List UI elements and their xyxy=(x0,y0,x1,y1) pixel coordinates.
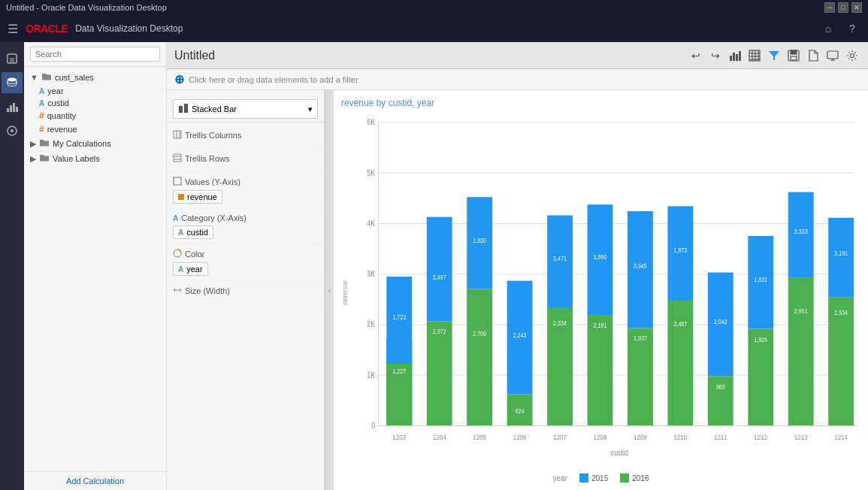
undo-button[interactable]: ↩ xyxy=(688,47,704,64)
nav-data[interactable] xyxy=(2,72,23,93)
svg-text:624: 624 xyxy=(516,407,525,415)
values-y-axis-section: Values (Y-Axis) revenue xyxy=(167,172,324,209)
save-button[interactable] xyxy=(785,47,802,64)
tree-item-label: Value Labels xyxy=(53,154,100,163)
color-section: Color A year xyxy=(167,244,324,281)
svg-text:5K: 5K xyxy=(367,168,375,177)
size-icon xyxy=(173,286,182,296)
tree-item-revenue[interactable]: # revenue xyxy=(24,122,166,136)
svg-rect-11 xyxy=(736,54,738,61)
nav-home[interactable] xyxy=(2,48,23,69)
svg-text:1,831: 1,831 xyxy=(754,276,767,283)
tree-folder-value-labels[interactable]: ▶ Value Labels xyxy=(24,151,166,166)
filter-active-button[interactable] xyxy=(766,47,782,64)
data-tree: ▼ cust_sales A year A custid # quantity xyxy=(24,67,166,471)
svg-rect-9 xyxy=(730,56,732,61)
svg-text:1,873: 1,873 xyxy=(673,247,687,254)
maximize-button[interactable]: □ xyxy=(838,2,848,13)
svg-text:2,191: 2,191 xyxy=(594,322,607,330)
year-tag[interactable]: A year xyxy=(173,262,208,276)
content-title: Untitled xyxy=(174,49,682,62)
svg-text:4K: 4K xyxy=(367,219,375,228)
chart-type-button[interactable]: Stacked Bar ▾ xyxy=(173,99,318,119)
custid-tag[interactable]: A custid xyxy=(173,225,213,239)
trellis-rows-label: Trellis Rows xyxy=(173,153,318,164)
content-toolbar: Untitled ↩ ↪ xyxy=(167,42,868,69)
svg-rect-23 xyxy=(791,56,797,60)
window-title: Untitled - Oracle Data Visualization Des… xyxy=(6,3,167,12)
tree-item-year[interactable]: A year xyxy=(24,85,166,97)
tree-item-label: My Calculations xyxy=(53,139,111,148)
svg-rect-33 xyxy=(174,154,181,162)
close-button[interactable]: ✕ xyxy=(851,2,862,13)
y-axis-label: revenue xyxy=(341,280,349,305)
legend-2016-label: 2016 xyxy=(632,474,649,482)
tree-item-quantity[interactable]: # quantity xyxy=(24,109,166,122)
svg-rect-6 xyxy=(16,107,18,112)
trellis-rows-icon xyxy=(173,153,182,164)
redo-button[interactable]: ↪ xyxy=(707,47,724,64)
chart-icon-button[interactable] xyxy=(727,47,743,64)
svg-text:3,945: 3,945 xyxy=(634,262,647,270)
svg-rect-75 xyxy=(588,316,613,426)
tree-folder-cust-sales[interactable]: ▼ cust_sales xyxy=(24,70,166,85)
legend-year-label: year xyxy=(553,474,567,482)
svg-text:983: 983 xyxy=(716,383,725,391)
new-file-button[interactable] xyxy=(805,47,821,64)
revenue-tag[interactable]: revenue xyxy=(173,190,222,204)
svg-text:2,487: 2,487 xyxy=(673,320,687,328)
svg-rect-1 xyxy=(10,58,14,62)
menu-icon[interactable]: ☰ xyxy=(8,22,18,36)
chart-legend: year 2015 2016 xyxy=(341,473,860,482)
svg-text:2,243: 2,243 xyxy=(513,331,527,339)
tree-item-custid[interactable]: A custid xyxy=(24,97,166,109)
nav-narrate[interactable] xyxy=(2,120,23,141)
mid-layout: Stacked Bar ▾ Trellis Columns xyxy=(167,90,868,490)
tree-item-label: quantity xyxy=(47,111,77,120)
monitor-button[interactable] xyxy=(824,47,841,64)
chart-svg: 0 1K 2K 3K 4K 5K 6K xyxy=(352,114,860,470)
chart-type-selector: Stacked Bar ▾ xyxy=(167,96,324,122)
minimize-button[interactable]: ─ xyxy=(824,2,835,13)
svg-rect-28 xyxy=(179,106,183,113)
oracle-logo: ORACLE xyxy=(26,23,68,35)
filter-label: Click here or drag data elements to add … xyxy=(189,75,358,84)
svg-text:2,042: 2,042 xyxy=(714,318,727,325)
chart-container: revenue xyxy=(341,114,860,482)
svg-rect-59 xyxy=(427,322,452,426)
legend-2015-label: 2015 xyxy=(591,474,608,482)
help-icon[interactable]: ? xyxy=(844,20,860,37)
svg-rect-24 xyxy=(827,51,838,59)
add-calculation[interactable]: Add Calculation xyxy=(24,471,166,490)
tree-folder-calculations[interactable]: ▶ My Calculations xyxy=(24,136,166,151)
icon-bar xyxy=(0,42,24,490)
svg-text:2,334: 2,334 xyxy=(553,319,567,327)
color-icon xyxy=(173,249,182,259)
settings-button[interactable] xyxy=(844,47,860,64)
svg-rect-79 xyxy=(628,328,653,425)
folder-icon xyxy=(41,71,52,83)
svg-text:2,951: 2,951 xyxy=(794,307,808,315)
collapse-handle[interactable]: ‹ xyxy=(325,90,334,490)
trellis-columns-icon xyxy=(173,130,182,141)
attribute-dot-year: A xyxy=(178,265,183,274)
folder-icon xyxy=(39,138,50,150)
home-icon[interactable]: ⌂ xyxy=(820,20,836,37)
tree-item-label: revenue xyxy=(47,125,77,134)
grid-icon-button[interactable] xyxy=(746,47,763,64)
trellis-columns-label: Trellis Columns xyxy=(173,130,318,141)
legend-2016-icon xyxy=(620,473,629,482)
nav-visualize[interactable] xyxy=(2,96,23,117)
svg-rect-3 xyxy=(7,108,9,112)
content-area: Untitled ↩ ↪ xyxy=(167,42,868,490)
svg-rect-29 xyxy=(184,104,188,113)
svg-text:1211: 1211 xyxy=(714,433,727,441)
svg-text:2K: 2K xyxy=(367,319,375,328)
search-input[interactable] xyxy=(30,47,160,62)
tree-item-label: custid xyxy=(47,98,69,107)
chart-main: revenue xyxy=(341,114,860,470)
add-filter-icon[interactable]: ⊕ xyxy=(174,72,184,86)
app-title: Data Visualization Desktop xyxy=(75,23,183,34)
folder-icon xyxy=(39,153,50,165)
svg-rect-60 xyxy=(427,217,452,322)
